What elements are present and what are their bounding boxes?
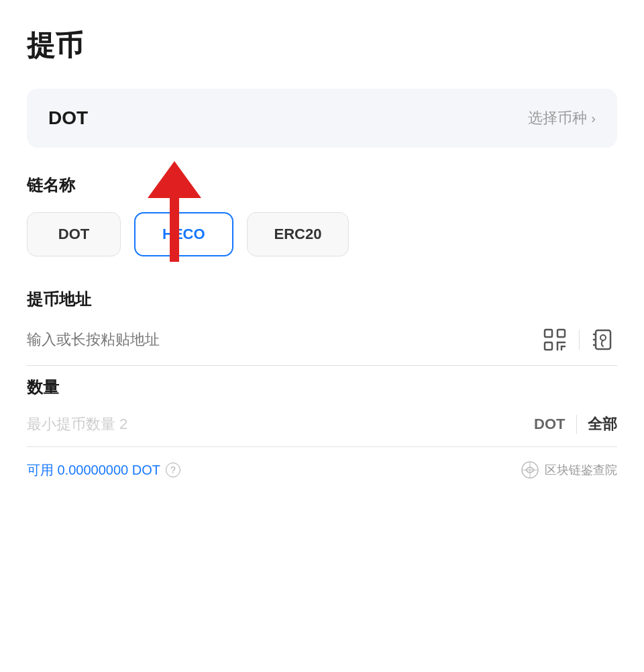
address-section: 提币地址 <box>27 289 617 366</box>
currency-selector-card[interactable]: DOT 选择币种 › <box>27 89 617 148</box>
quantity-placeholder: 最小提币数量 2 <box>27 414 534 434</box>
chain-option-heco[interactable]: HECO <box>134 212 233 256</box>
svg-point-10 <box>600 335 606 340</box>
chevron-right-icon: › <box>591 111 596 126</box>
chain-options: DOT HECO ERC20 <box>27 212 617 256</box>
watermark-logo-icon <box>521 461 539 479</box>
scan-icon[interactable] <box>541 326 568 353</box>
chain-section-label: 链名称 <box>27 175 617 196</box>
select-currency-label: 选择币种 <box>528 108 587 128</box>
quantity-section-label: 数量 <box>27 377 617 398</box>
available-amount: 可用 0.00000000 DOT <box>27 461 160 479</box>
question-icon[interactable]: ? <box>166 463 180 477</box>
address-book-icon[interactable] <box>590 326 617 353</box>
quantity-currency-tag: DOT <box>534 416 565 433</box>
available-row: 可用 0.00000000 DOT ? 区块链鉴查院 <box>27 461 617 479</box>
address-input[interactable] <box>27 331 531 348</box>
quantity-input-row: 最小提币数量 2 DOT 全部 <box>27 414 617 447</box>
address-section-label: 提币地址 <box>27 289 617 310</box>
address-icons <box>541 326 618 353</box>
chain-section: 链名称 DOT HECO ERC20 <box>27 175 617 256</box>
quantity-divider <box>576 415 578 434</box>
available-text: 可用 0.00000000 DOT ? <box>27 461 180 479</box>
selected-currency: DOT <box>48 107 88 129</box>
select-currency-button[interactable]: 选择币种 › <box>528 108 596 128</box>
address-input-row <box>27 326 617 366</box>
watermark: 区块链鉴查院 <box>521 461 617 479</box>
quantity-actions: DOT 全部 <box>534 414 617 434</box>
page-title: 提币 <box>27 27 617 64</box>
svg-rect-4 <box>545 342 552 350</box>
svg-rect-2 <box>545 330 552 337</box>
svg-rect-3 <box>557 330 565 337</box>
chain-option-erc20[interactable]: ERC20 <box>247 212 350 256</box>
icon-divider <box>579 330 580 350</box>
quantity-section: 数量 最小提币数量 2 DOT 全部 可用 0.00000000 DOT ? 区… <box>27 377 617 479</box>
all-button[interactable]: 全部 <box>588 414 617 434</box>
watermark-text: 区块链鉴查院 <box>545 462 617 478</box>
chain-option-dot[interactable]: DOT <box>27 212 121 256</box>
